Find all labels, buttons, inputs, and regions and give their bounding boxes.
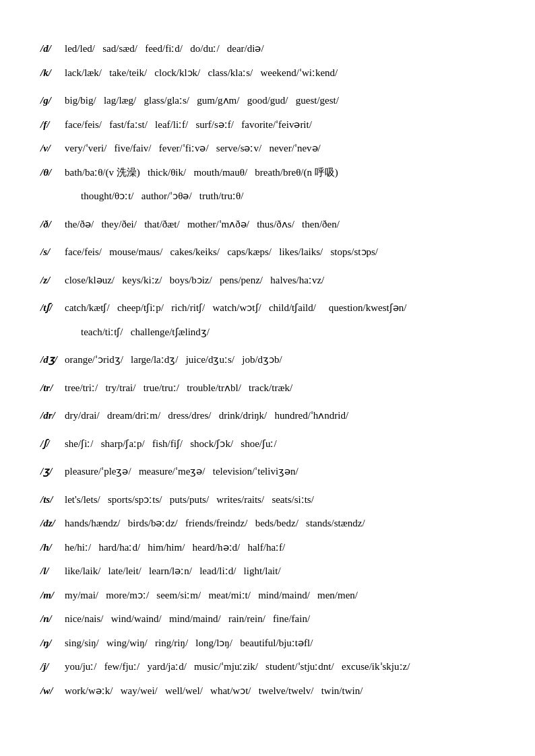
phoneme-row: /w/work/wəːk/ way/wei/ well/wel/ what/wɔ… bbox=[40, 683, 495, 700]
phoneme-row: /s/face/feis/ mouse/maus/ cakes/keiks/ c… bbox=[40, 244, 495, 261]
phoneme-row: /tʃ/catch/kætʃ/ cheep/tʃiːp/ rich/ritʃ/ … bbox=[40, 300, 495, 317]
phoneme-row: /m/my/mai/ more/mɔː/ seem/siːm/ meat/miː… bbox=[40, 587, 495, 605]
phoneme-examples: orange/ˈɔridʒ/ large/laːdʒ/ juice/dʒuːs/… bbox=[65, 351, 495, 369]
phoneme-row: /dʒ/orange/ˈɔridʒ/ large/laːdʒ/ juice/dʒ… bbox=[40, 351, 495, 369]
phoneme-examples: you/juː/ few/fjuː/ yard/jaːd/ music/ˈmju… bbox=[65, 658, 495, 676]
phoneme-examples: the/ðə/ they/ðei/ that/ðæt/ mother/ˈmʌðə… bbox=[65, 216, 495, 234]
phoneme-row: /d/led/led/ sad/sæd/ feed/fiːd/ do/duː/ … bbox=[40, 40, 495, 58]
phoneme-examples: close/kləuz/ keys/kiːz/ boys/bɔiz/ pens/… bbox=[65, 272, 495, 289]
phoneme-label: /ŋ/ bbox=[40, 635, 62, 652]
phoneme-examples: like/laik/ late/leit/ learn/ləːn/ lead/l… bbox=[65, 563, 495, 580]
phoneme-label: /s/ bbox=[40, 244, 62, 261]
phoneme-examples: face/feis/ mouse/maus/ cakes/keiks/ caps… bbox=[65, 244, 495, 261]
phoneme-row: /k/lack/læk/ take/teik/ clock/klɔk/ clas… bbox=[40, 65, 495, 82]
phoneme-label: /w/ bbox=[40, 683, 62, 700]
phoneme-row: /n/nice/nais/ wind/waind/ mind/maind/ ra… bbox=[40, 611, 495, 628]
phoneme-label: /dʒ/ bbox=[40, 351, 62, 369]
phoneme-label: /ts/ bbox=[40, 491, 62, 509]
content-area: /d/led/led/ sad/sæd/ feed/fiːd/ do/duː/ … bbox=[40, 40, 495, 699]
phoneme-label: /ʃ/ bbox=[40, 436, 62, 453]
phoneme-examples: she/ʃiː/ sharp/ʃaːp/ fish/fiʃ/ shock/ʃɔk… bbox=[65, 436, 495, 453]
phoneme-row: /z/close/kləuz/ keys/kiːz/ boys/bɔiz/ pe… bbox=[40, 272, 495, 289]
phoneme-examples: he/hiː/ hard/haːd/ him/him/ heard/həːd/ … bbox=[65, 539, 495, 557]
phoneme-row: /ŋ/sing/siŋ/ wing/wiŋ/ ring/riŋ/ long/lɔ… bbox=[40, 635, 495, 652]
phoneme-examples: let's/lets/ sports/spɔːts/ puts/puts/ wr… bbox=[65, 491, 495, 509]
phoneme-label: /θ/ bbox=[40, 164, 62, 182]
phoneme-examples: dry/drai/ dream/driːm/ dress/dres/ drink… bbox=[65, 407, 495, 425]
phoneme-label: /n/ bbox=[40, 611, 62, 628]
phoneme-examples: my/mai/ more/mɔː/ seem/siːm/ meat/miːt/ … bbox=[65, 587, 495, 605]
phoneme-row: /f/face/feis/ fast/faːst/ leaf/liːf/ sur… bbox=[40, 116, 495, 134]
phoneme-examples: nice/nais/ wind/waind/ mind/maind/ rain/… bbox=[65, 611, 495, 628]
phoneme-examples: sing/siŋ/ wing/wiŋ/ ring/riŋ/ long/lɔŋ/ … bbox=[65, 635, 495, 652]
phoneme-examples: hands/hændz/ birds/bəːdz/ friends/freind… bbox=[65, 515, 495, 532]
phoneme-label: /h/ bbox=[40, 539, 62, 557]
phoneme-label: /d/ bbox=[40, 40, 62, 58]
phoneme-row: /ð/the/ðə/ they/ðei/ that/ðæt/ mother/ˈm… bbox=[40, 216, 495, 234]
phoneme-label: /l/ bbox=[40, 563, 62, 580]
phoneme-row: /dz/hands/hændz/ birds/bəːdz/ friends/fr… bbox=[40, 515, 495, 532]
phoneme-row: /ts/let's/lets/ sports/spɔːts/ puts/puts… bbox=[40, 491, 495, 509]
phoneme-examples: work/wəːk/ way/wei/ well/wel/ what/wɔt/ … bbox=[65, 683, 495, 700]
phoneme-row: thought/θɔːt/ author/ˈɔθə/ truth/truːθ/ bbox=[40, 188, 495, 205]
phoneme-label: /tʃ/ bbox=[40, 300, 62, 317]
phoneme-row: /j/you/juː/ few/fjuː/ yard/jaːd/ music/ˈ… bbox=[40, 658, 495, 676]
phoneme-row: /ʒ/pleasure/ˈpleʒə/ measure/ˈmeʒə/ telev… bbox=[40, 463, 495, 481]
phoneme-examples: bath/baːθ/(v 洗澡) thick/θik/ mouth/mauθ/ … bbox=[65, 164, 495, 182]
phoneme-label: /tr/ bbox=[40, 380, 62, 397]
phoneme-label: /v/ bbox=[40, 140, 62, 158]
phoneme-row: teach/tiːtʃ/ challenge/tʃælindʒ/ bbox=[40, 324, 495, 341]
phoneme-label: /ð/ bbox=[40, 216, 62, 234]
phoneme-label: /dz/ bbox=[40, 515, 62, 532]
phoneme-examples: lack/læk/ take/teik/ clock/klɔk/ class/k… bbox=[65, 65, 495, 82]
phoneme-examples: very/ˈveri/ five/faiv/ fever/ˈfiːvə/ ser… bbox=[65, 140, 495, 158]
phoneme-examples: face/feis/ fast/faːst/ leaf/liːf/ surf/s… bbox=[65, 116, 495, 134]
phoneme-row: /g/big/big/ lag/læg/ glass/glaːs/ gum/gʌ… bbox=[40, 92, 495, 110]
phoneme-label: /f/ bbox=[40, 116, 62, 134]
phoneme-row: /l/like/laik/ late/leit/ learn/ləːn/ lea… bbox=[40, 563, 495, 580]
phoneme-label: /z/ bbox=[40, 272, 62, 289]
phoneme-examples: led/led/ sad/sæd/ feed/fiːd/ do/duː/ dea… bbox=[65, 40, 495, 58]
phoneme-examples: big/big/ lag/læg/ glass/glaːs/ gum/gʌm/ … bbox=[65, 92, 495, 110]
phoneme-examples: thought/θɔːt/ author/ˈɔθə/ truth/truːθ/ bbox=[81, 188, 495, 205]
phoneme-examples: teach/tiːtʃ/ challenge/tʃælindʒ/ bbox=[81, 324, 495, 341]
phoneme-row: /tr/tree/triː/ try/trai/ true/truː/ trou… bbox=[40, 380, 495, 397]
phoneme-examples: tree/triː/ try/trai/ true/truː/ trouble/… bbox=[65, 380, 495, 397]
phoneme-row: /θ/bath/baːθ/(v 洗澡) thick/θik/ mouth/mau… bbox=[40, 164, 495, 182]
phoneme-row: /v/very/ˈveri/ five/faiv/ fever/ˈfiːvə/ … bbox=[40, 140, 495, 158]
phoneme-label: /j/ bbox=[40, 658, 62, 676]
phoneme-label: /k/ bbox=[40, 65, 62, 82]
phoneme-row: /ʃ/she/ʃiː/ sharp/ʃaːp/ fish/fiʃ/ shock/… bbox=[40, 436, 495, 453]
phoneme-examples: catch/kætʃ/ cheep/tʃiːp/ rich/ritʃ/ watc… bbox=[65, 300, 495, 317]
phoneme-row: /dr/dry/drai/ dream/driːm/ dress/dres/ d… bbox=[40, 407, 495, 425]
phoneme-label: /m/ bbox=[40, 587, 62, 605]
phoneme-label: /ʒ/ bbox=[40, 463, 62, 481]
phoneme-row: /h/he/hiː/ hard/haːd/ him/him/ heard/həː… bbox=[40, 539, 495, 557]
phoneme-examples: pleasure/ˈpleʒə/ measure/ˈmeʒə/ televisi… bbox=[65, 463, 495, 481]
phoneme-label: /dr/ bbox=[40, 407, 62, 425]
phoneme-label: /g/ bbox=[40, 92, 62, 110]
